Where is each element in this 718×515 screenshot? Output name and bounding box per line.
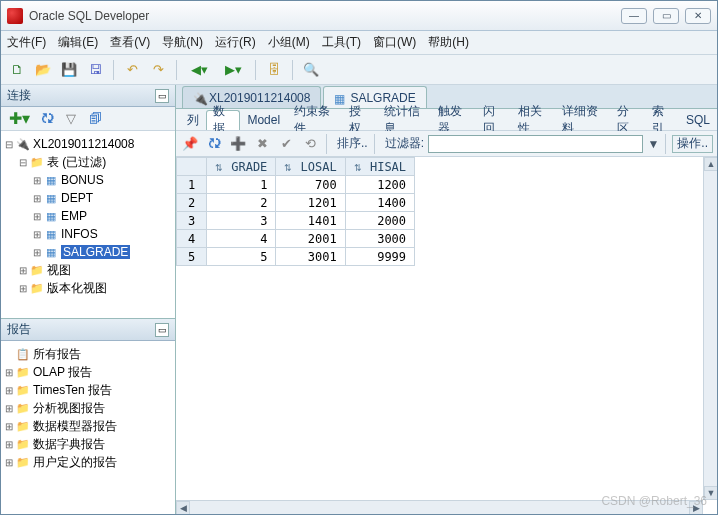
subtab-model[interactable]: Model (240, 110, 287, 130)
scroll-up-icon[interactable]: ▲ (704, 157, 717, 171)
table-infos[interactable]: INFOS (61, 227, 98, 241)
report-analyze[interactable]: 分析视图报告 (33, 400, 105, 417)
table-bonus[interactable]: BONUS (61, 173, 104, 187)
delete-row-icon[interactable]: ✖ (252, 134, 272, 154)
commit-icon[interactable]: ✔ (276, 134, 296, 154)
redo-icon[interactable]: ↷ (148, 60, 168, 80)
connection-icon: 🔌 (15, 137, 31, 151)
open-icon[interactable]: 📂 (33, 60, 53, 80)
reports-tree: ·📋所有报告 ⊞📁OLAP 报告 ⊞📁TimesTen 报告 ⊞📁分析视图报告 … (1, 341, 175, 514)
new-connection-icon[interactable]: ✚▾ (5, 109, 33, 129)
folder-icon: 📁 (15, 365, 31, 379)
filter-icon[interactable]: ▽ (61, 109, 81, 129)
menu-team[interactable]: 小组(M) (268, 34, 310, 51)
menu-window[interactable]: 窗口(W) (373, 34, 416, 51)
connections-toolbar: ✚▾ 🗘 ▽ 🗐 (1, 107, 175, 131)
report-olap[interactable]: OLAP 报告 (33, 364, 92, 381)
reports-root-icon: 📋 (15, 347, 31, 361)
subtab-triggers[interactable]: 触发器 (431, 110, 476, 130)
views-folder[interactable]: 视图 (47, 262, 71, 279)
column-header[interactable]: ⇅ GRADE (207, 158, 276, 176)
horizontal-scrollbar[interactable]: ◀ ▶ (176, 500, 703, 514)
save-icon[interactable]: 💾 (59, 60, 79, 80)
panel-minimize-icon[interactable]: ▭ (155, 323, 169, 337)
sort-button[interactable]: 排序.. (337, 135, 368, 152)
table-icon: ▦ (43, 209, 59, 223)
window-title: Oracle SQL Developer (29, 9, 621, 23)
maximize-button[interactable]: ▭ (653, 8, 679, 24)
subtab-stats[interactable]: 统计信息 (377, 110, 432, 130)
subtab-indexes[interactable]: 索引 (645, 110, 679, 130)
subtab-columns[interactable]: 列 (180, 110, 206, 130)
subtab-partitions[interactable]: 分区 (610, 110, 644, 130)
column-header[interactable]: ⇅ HISAL (345, 158, 414, 176)
new-icon[interactable]: 🗋 (7, 60, 27, 80)
refresh-data-icon[interactable]: 🗘 (204, 134, 224, 154)
undo-icon[interactable]: ↶ (122, 60, 142, 80)
table-row[interactable]: 3314012000 (177, 212, 415, 230)
table-row[interactable]: 5530019999 (177, 248, 415, 266)
tns-icon[interactable]: 🗐 (85, 109, 105, 129)
table-row[interactable]: 117001200 (177, 176, 415, 194)
table-salgrade[interactable]: SALGRADE (61, 245, 130, 259)
folder-icon: 📁 (15, 383, 31, 397)
table-emp[interactable]: EMP (61, 209, 87, 223)
actions-button[interactable]: 操作.. (672, 135, 713, 153)
versioned-views-folder[interactable]: 版本化视图 (47, 280, 107, 297)
tables-folder[interactable]: 表 (已过滤) (47, 154, 106, 171)
menu-edit[interactable]: 编辑(E) (58, 34, 98, 51)
scroll-right-icon[interactable]: ▶ (689, 501, 703, 514)
menu-help[interactable]: 帮助(H) (428, 34, 469, 51)
close-button[interactable]: ✕ (685, 8, 711, 24)
reports-root[interactable]: 所有报告 (33, 346, 81, 363)
scroll-left-icon[interactable]: ◀ (176, 501, 190, 514)
refresh-icon[interactable]: 🗘 (37, 109, 57, 129)
report-datamodel[interactable]: 数据模型器报告 (33, 418, 117, 435)
filter-input[interactable] (428, 135, 643, 153)
panel-minimize-icon[interactable]: ▭ (155, 89, 169, 103)
menu-run[interactable]: 运行(R) (215, 34, 256, 51)
subtab-dependencies[interactable]: 相关性 (511, 110, 556, 130)
pin-icon[interactable]: 📌 (180, 134, 200, 154)
object-subtabs: 列 数据 Model 约束条件 授权 统计信息 触发器 闪回 相关性 详细资料 … (176, 109, 717, 131)
subtab-details[interactable]: 详细资料 (555, 110, 610, 130)
subtab-flashback[interactable]: 闪回 (476, 110, 510, 130)
forward-icon[interactable]: ▶▾ (219, 60, 247, 80)
data-grid-toolbar: 📌 🗘 ➕ ✖ ✔ ⟲ 排序.. 过滤器: ▼ 操作.. (176, 131, 717, 157)
menu-navigate[interactable]: 导航(N) (162, 34, 203, 51)
subtab-grants[interactable]: 授权 (342, 110, 376, 130)
folder-icon: 📁 (15, 401, 31, 415)
subtab-data[interactable]: 数据 (206, 110, 240, 130)
scroll-down-icon[interactable]: ▼ (704, 486, 717, 500)
menu-tools[interactable]: 工具(T) (322, 34, 361, 51)
menu-file[interactable]: 文件(F) (7, 34, 46, 51)
subtab-sql[interactable]: SQL (679, 110, 717, 130)
connections-panel: 连接 ▭ ✚▾ 🗘 ▽ 🗐 ⊟🔌XL2019011214008 ⊟📁表 (已过滤… (1, 85, 175, 319)
table-dept[interactable]: DEPT (61, 191, 93, 205)
report-timesten[interactable]: TimesTen 报告 (33, 382, 112, 399)
table-row[interactable]: 4420013000 (177, 230, 415, 248)
report-datadict[interactable]: 数据字典报告 (33, 436, 105, 453)
menu-view[interactable]: 查看(V) (110, 34, 150, 51)
report-userdef[interactable]: 用户定义的报告 (33, 454, 117, 471)
column-header[interactable]: ⇅ LOSAL (276, 158, 345, 176)
minimize-button[interactable]: — (621, 8, 647, 24)
sql-icon[interactable]: 🗄 (264, 60, 284, 80)
folder-icon: 📁 (29, 263, 45, 277)
menu-bar: 文件(F) 编辑(E) 查看(V) 导航(N) 运行(R) 小组(M) 工具(T… (1, 31, 717, 55)
subtab-constraints[interactable]: 约束条件 (287, 110, 342, 130)
folder-icon: 📁 (15, 437, 31, 451)
save-all-icon[interactable]: 🖫 (85, 60, 105, 80)
data-grid: ⇅ GRADE⇅ LOSAL⇅ HISAL1170012002212011400… (176, 157, 717, 514)
back-icon[interactable]: ◀▾ (185, 60, 213, 80)
find-icon[interactable]: 🔍 (301, 60, 321, 80)
app-window: Oracle SQL Developer — ▭ ✕ 文件(F) 编辑(E) 查… (0, 0, 718, 515)
rollback-icon[interactable]: ⟲ (300, 134, 320, 154)
folder-icon: 📁 (29, 155, 45, 169)
filter-dropdown-icon[interactable]: ▼ (647, 137, 659, 151)
add-row-icon[interactable]: ➕ (228, 134, 248, 154)
table-row[interactable]: 2212011400 (177, 194, 415, 212)
reports-title: 报告 (7, 321, 31, 338)
connection-node[interactable]: XL2019011214008 (33, 137, 134, 151)
vertical-scrollbar[interactable]: ▲ ▼ (703, 157, 717, 500)
